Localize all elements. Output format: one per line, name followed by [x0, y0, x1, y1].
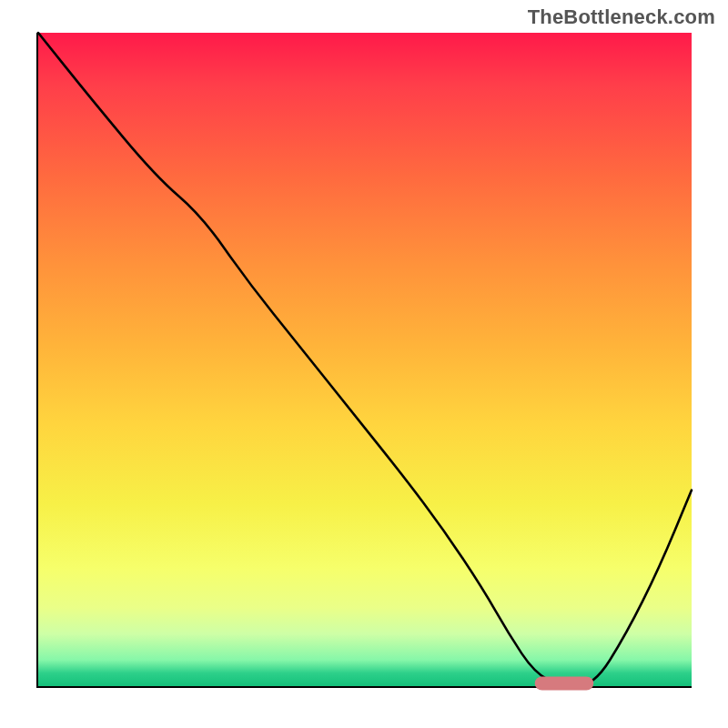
watermark-text: TheBottleneck.com — [528, 5, 715, 29]
curve-overlay — [38, 33, 692, 686]
plot-area — [36, 33, 692, 688]
chart-container: TheBottleneck.com — [0, 0, 728, 728]
bottleneck-curve — [38, 33, 692, 686]
optimum-range-marker — [535, 676, 594, 690]
